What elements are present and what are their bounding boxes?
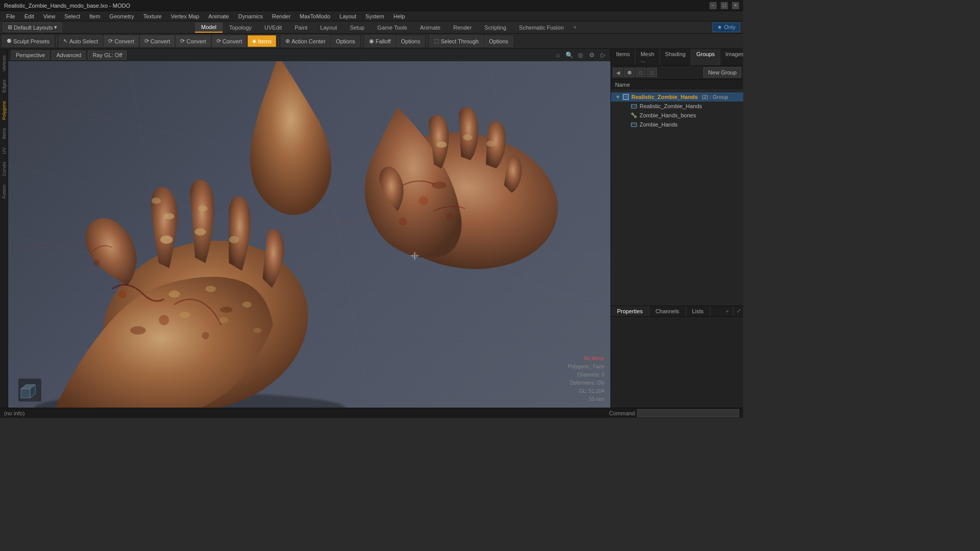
cursor-icon: ↖ bbox=[63, 38, 68, 44]
mode-vertices[interactable]: Vertices bbox=[1, 53, 8, 73]
rt-btn-1[interactable]: ◀ bbox=[613, 68, 623, 77]
fit-icon[interactable]: ◎ bbox=[576, 51, 585, 60]
mode-polygons[interactable]: Polygons bbox=[1, 99, 8, 122]
tab-layout[interactable]: Layout bbox=[314, 22, 343, 33]
zoom-icon[interactable]: 🔍 bbox=[565, 51, 574, 60]
svg-point-27 bbox=[180, 312, 190, 318]
mode-edges[interactable]: Edges bbox=[1, 78, 8, 95]
tab-animate[interactable]: Animate bbox=[414, 22, 447, 33]
menu-vertex-map[interactable]: Vertex Map bbox=[167, 12, 204, 20]
menu-layout[interactable]: Layout bbox=[335, 12, 360, 20]
svg-point-16 bbox=[130, 327, 146, 335]
tab-images[interactable]: Images bbox=[720, 49, 743, 65]
tree-group-item[interactable]: ▼ Realistic_Zombie_Hands (2) : Group bbox=[611, 92, 743, 102]
default-layouts-button[interactable]: ⊞ Default Layouts ▾ bbox=[3, 22, 62, 32]
tree-mesh-item-2[interactable]: Zombie_Hands bbox=[611, 120, 743, 129]
menu-animate[interactable]: Animate bbox=[204, 12, 233, 20]
window-controls[interactable]: − □ × bbox=[709, 2, 739, 9]
auto-select-button[interactable]: ↖ Auto Select bbox=[59, 35, 103, 47]
divider2 bbox=[278, 36, 279, 46]
menu-render[interactable]: Render bbox=[268, 12, 295, 20]
status-bar: (no info) Command bbox=[0, 408, 743, 418]
menu-file[interactable]: File bbox=[2, 12, 19, 20]
tab-mesh[interactable]: Mesh ... bbox=[635, 49, 660, 65]
command-label: Command bbox=[609, 410, 635, 416]
rt-btn-2[interactable]: ⚈ bbox=[624, 68, 634, 77]
rt-btn-3[interactable]: □ bbox=[635, 68, 646, 77]
svg-point-18 bbox=[160, 236, 173, 244]
sculpt-button[interactable]: ⚈ Sculpt Presets bbox=[2, 35, 54, 47]
menu-select[interactable]: Select bbox=[60, 12, 84, 20]
tab-schematic-fusion[interactable]: Schematic Fusion bbox=[513, 22, 570, 33]
tab-lists[interactable]: Lists bbox=[686, 306, 710, 316]
expand-icon[interactable]: ▼ bbox=[615, 94, 620, 100]
perspective-button[interactable]: Perspective bbox=[11, 51, 50, 60]
minimize-button[interactable]: − bbox=[709, 2, 717, 9]
maximize-button[interactable]: □ bbox=[721, 2, 728, 9]
viewport[interactable]: Perspective Advanced Ray GL: Off ⌂ 🔍 ◎ ⚙… bbox=[8, 49, 610, 408]
menu-edit[interactable]: Edit bbox=[20, 12, 38, 20]
advanced-button[interactable]: Advanced bbox=[52, 51, 86, 60]
items-button[interactable]: ◈ Items bbox=[248, 35, 276, 47]
play-icon[interactable]: ▷ bbox=[598, 51, 607, 60]
new-group-button[interactable]: New Group bbox=[703, 67, 741, 78]
command-input[interactable] bbox=[637, 409, 739, 417]
tab-paint[interactable]: Paint bbox=[288, 22, 313, 33]
tab-groups[interactable]: Groups bbox=[691, 49, 720, 65]
svg-point-20 bbox=[229, 236, 239, 243]
add-bottom-tab[interactable]: + bbox=[722, 306, 733, 316]
menu-maxtomodo[interactable]: MaxToModo bbox=[296, 12, 334, 20]
options-button-2[interactable]: Options bbox=[397, 36, 425, 47]
rt-btn-4[interactable]: □ bbox=[647, 68, 657, 77]
select-through-button[interactable]: ⬚ Select Through bbox=[429, 35, 483, 47]
tab-setup[interactable]: Setup bbox=[344, 22, 371, 33]
tab-game-tools[interactable]: Game Tools bbox=[371, 22, 413, 33]
action-center-button[interactable]: ⊕ Action Center bbox=[281, 35, 330, 47]
tab-uvedit[interactable]: UVEdit bbox=[258, 22, 288, 33]
options-button-1[interactable]: Options bbox=[331, 36, 360, 47]
add-tab-button[interactable]: + bbox=[570, 22, 579, 33]
menu-view[interactable]: View bbox=[39, 12, 60, 20]
window-title: Realistic_Zombie_Hands_modo_base.lxo - M… bbox=[4, 3, 130, 9]
tab-properties[interactable]: Properties bbox=[611, 306, 649, 316]
menu-texture[interactable]: Texture bbox=[139, 12, 166, 20]
menu-dynamics[interactable]: Dynamics bbox=[234, 12, 267, 20]
mode-items[interactable]: Items bbox=[1, 126, 8, 141]
svg-point-19 bbox=[194, 228, 206, 235]
only-button[interactable]: ★ Only bbox=[713, 22, 740, 32]
ray-gl-button[interactable]: Ray GL: Off bbox=[88, 51, 127, 60]
menu-help[interactable]: Help bbox=[389, 12, 409, 20]
close-button[interactable]: × bbox=[732, 2, 739, 9]
convert-button-2[interactable]: ⟳ Convert bbox=[140, 35, 175, 47]
tab-shading[interactable]: Shading bbox=[660, 49, 691, 65]
tab-model[interactable]: Model bbox=[195, 22, 223, 33]
menu-geometry[interactable]: Geometry bbox=[105, 12, 138, 20]
mode-curves[interactable]: Curves bbox=[1, 160, 8, 179]
menu-system[interactable]: System bbox=[361, 12, 388, 20]
tab-topology[interactable]: Topology bbox=[223, 22, 258, 33]
group-icon bbox=[622, 93, 629, 101]
home-icon[interactable]: ⌂ bbox=[553, 51, 562, 60]
mode-uv[interactable]: UV bbox=[1, 145, 8, 156]
tree-mesh-item-1[interactable]: Realistic_Zombie_Hands bbox=[611, 102, 743, 111]
settings-icon[interactable]: ⚙ bbox=[587, 51, 596, 60]
mode-fusion[interactable]: Fusion bbox=[1, 183, 8, 201]
tab-items[interactable]: Items bbox=[611, 49, 635, 65]
tab-render[interactable]: Render bbox=[447, 22, 478, 33]
tree-bone-item[interactable]: Zombie_Hands_bones bbox=[611, 111, 743, 120]
svg-point-13 bbox=[93, 260, 100, 266]
convert-button-4[interactable]: ⟳ Convert bbox=[212, 35, 247, 47]
convert-button-3[interactable]: ⟳ Convert bbox=[176, 35, 211, 47]
divider3 bbox=[362, 36, 362, 46]
options-button-3[interactable]: Options bbox=[484, 36, 513, 47]
convert-button-1[interactable]: ⟳ Convert bbox=[104, 35, 139, 47]
tab-scripting[interactable]: Scripting bbox=[478, 22, 512, 33]
tab-channels[interactable]: Channels bbox=[649, 306, 685, 316]
viewport-content[interactable]: No Items Polygons : Face Channels: 0 Def… bbox=[8, 61, 610, 408]
expand-bottom-icon[interactable]: ⤢ bbox=[734, 306, 743, 316]
no-items-label: No Items bbox=[568, 355, 604, 363]
falloff-button[interactable]: ◉ Falloff bbox=[364, 35, 396, 47]
svg-point-12 bbox=[118, 290, 127, 298]
menu-item[interactable]: Item bbox=[85, 12, 104, 20]
mesh-label-2: Zombie_Hands bbox=[640, 121, 678, 128]
